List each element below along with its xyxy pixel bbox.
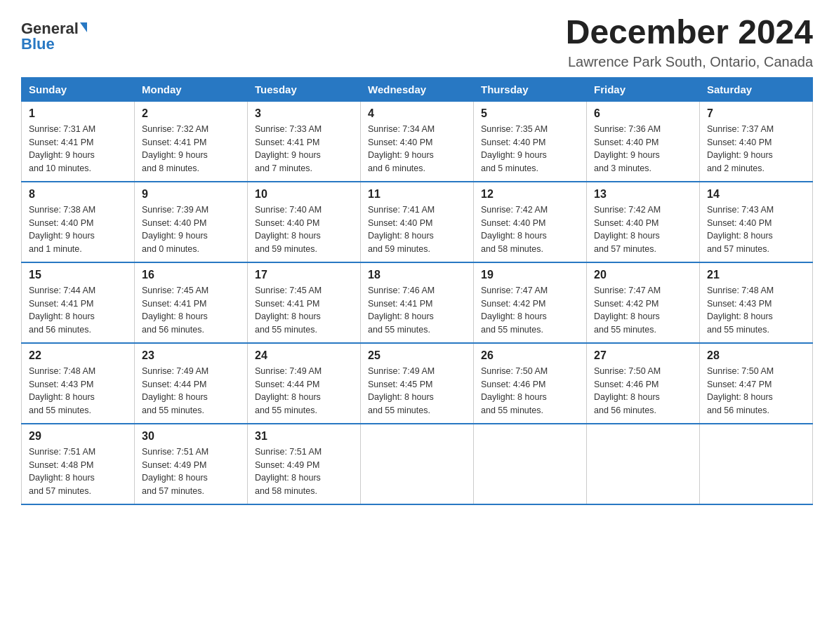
- day-cell: 16Sunrise: 7:45 AMSunset: 4:41 PMDayligh…: [135, 262, 248, 343]
- day-info: Sunrise: 7:50 AMSunset: 4:46 PMDaylight:…: [481, 365, 579, 417]
- day-cell: 10Sunrise: 7:40 AMSunset: 4:40 PMDayligh…: [248, 182, 361, 262]
- day-number: 5: [481, 107, 579, 120]
- calendar-table: SundayMondayTuesdayWednesdayThursdayFrid…: [21, 77, 813, 505]
- day-info: Sunrise: 7:49 AMSunset: 4:45 PMDaylight:…: [368, 365, 466, 417]
- day-info: Sunrise: 7:45 AMSunset: 4:41 PMDaylight:…: [255, 284, 353, 337]
- day-info: Sunrise: 7:41 AMSunset: 4:40 PMDaylight:…: [368, 203, 466, 256]
- day-number: 3: [255, 107, 353, 120]
- day-info: Sunrise: 7:33 AMSunset: 4:41 PMDaylight:…: [255, 123, 353, 175]
- day-cell: 2Sunrise: 7:32 AMSunset: 4:41 PMDaylight…: [135, 101, 248, 182]
- day-number: 24: [255, 349, 353, 362]
- day-info: Sunrise: 7:50 AMSunset: 4:47 PMDaylight:…: [707, 365, 805, 417]
- day-number: 17: [255, 269, 353, 281]
- day-number: 7: [707, 107, 805, 120]
- day-info: Sunrise: 7:48 AMSunset: 4:43 PMDaylight:…: [29, 365, 127, 417]
- day-number: 13: [594, 188, 692, 201]
- day-info: Sunrise: 7:49 AMSunset: 4:44 PMDaylight:…: [255, 365, 353, 417]
- day-number: 26: [481, 349, 579, 362]
- day-cell: 12Sunrise: 7:42 AMSunset: 4:40 PMDayligh…: [474, 182, 587, 262]
- header-row: SundayMondayTuesdayWednesdayThursdayFrid…: [22, 77, 813, 101]
- day-number: 11: [368, 188, 466, 201]
- day-info: Sunrise: 7:38 AMSunset: 4:40 PMDaylight:…: [29, 203, 127, 256]
- day-number: 1: [29, 107, 127, 120]
- day-info: Sunrise: 7:45 AMSunset: 4:41 PMDaylight:…: [142, 284, 240, 337]
- day-cell: 20Sunrise: 7:47 AMSunset: 4:42 PMDayligh…: [587, 262, 700, 343]
- calendar-header: SundayMondayTuesdayWednesdayThursdayFrid…: [22, 77, 813, 101]
- day-cell: 28Sunrise: 7:50 AMSunset: 4:47 PMDayligh…: [700, 343, 813, 424]
- day-cell: [474, 424, 587, 504]
- day-info: Sunrise: 7:48 AMSunset: 4:43 PMDaylight:…: [707, 284, 805, 337]
- day-cell: 21Sunrise: 7:48 AMSunset: 4:43 PMDayligh…: [700, 262, 813, 343]
- day-cell: 14Sunrise: 7:43 AMSunset: 4:40 PMDayligh…: [700, 182, 813, 262]
- day-info: Sunrise: 7:51 AMSunset: 4:49 PMDaylight:…: [142, 445, 240, 498]
- day-number: 2: [142, 107, 240, 120]
- day-number: 20: [594, 269, 692, 281]
- day-info: Sunrise: 7:32 AMSunset: 4:41 PMDaylight:…: [142, 123, 240, 175]
- day-cell: 8Sunrise: 7:38 AMSunset: 4:40 PMDaylight…: [22, 182, 135, 262]
- week-row-4: 22Sunrise: 7:48 AMSunset: 4:43 PMDayligh…: [22, 343, 813, 424]
- day-info: Sunrise: 7:47 AMSunset: 4:42 PMDaylight:…: [594, 284, 692, 337]
- week-row-5: 29Sunrise: 7:51 AMSunset: 4:48 PMDayligh…: [22, 424, 813, 504]
- day-number: 16: [142, 269, 240, 281]
- day-cell: 7Sunrise: 7:37 AMSunset: 4:40 PMDaylight…: [700, 101, 813, 182]
- day-cell: 24Sunrise: 7:49 AMSunset: 4:44 PMDayligh…: [248, 343, 361, 424]
- day-number: 28: [707, 349, 805, 362]
- day-info: Sunrise: 7:42 AMSunset: 4:40 PMDaylight:…: [594, 203, 692, 256]
- day-info: Sunrise: 7:43 AMSunset: 4:40 PMDaylight:…: [707, 203, 805, 256]
- day-cell: 5Sunrise: 7:35 AMSunset: 4:40 PMDaylight…: [474, 101, 587, 182]
- day-info: Sunrise: 7:37 AMSunset: 4:40 PMDaylight:…: [707, 123, 805, 175]
- location-title: Lawrence Park South, Ontario, Canada: [566, 54, 813, 70]
- day-cell: 26Sunrise: 7:50 AMSunset: 4:46 PMDayligh…: [474, 343, 587, 424]
- day-number: 31: [255, 430, 353, 443]
- col-header-thursday: Thursday: [474, 77, 587, 101]
- day-cell: 18Sunrise: 7:46 AMSunset: 4:41 PMDayligh…: [361, 262, 474, 343]
- day-cell: 9Sunrise: 7:39 AMSunset: 4:40 PMDaylight…: [135, 182, 248, 262]
- day-cell: [700, 424, 813, 504]
- day-cell: 19Sunrise: 7:47 AMSunset: 4:42 PMDayligh…: [474, 262, 587, 343]
- day-info: Sunrise: 7:31 AMSunset: 4:41 PMDaylight:…: [29, 123, 127, 175]
- day-number: 30: [142, 430, 240, 443]
- day-cell: 4Sunrise: 7:34 AMSunset: 4:40 PMDaylight…: [361, 101, 474, 182]
- month-title: December 2024: [566, 14, 813, 51]
- week-row-3: 15Sunrise: 7:44 AMSunset: 4:41 PMDayligh…: [22, 262, 813, 343]
- day-number: 6: [594, 107, 692, 120]
- day-cell: 22Sunrise: 7:48 AMSunset: 4:43 PMDayligh…: [22, 343, 135, 424]
- day-number: 18: [368, 269, 466, 281]
- col-header-tuesday: Tuesday: [248, 77, 361, 101]
- day-cell: 3Sunrise: 7:33 AMSunset: 4:41 PMDaylight…: [248, 101, 361, 182]
- day-number: 15: [29, 269, 127, 281]
- day-info: Sunrise: 7:44 AMSunset: 4:41 PMDaylight:…: [29, 284, 127, 337]
- col-header-saturday: Saturday: [700, 77, 813, 101]
- col-header-friday: Friday: [587, 77, 700, 101]
- day-info: Sunrise: 7:51 AMSunset: 4:48 PMDaylight:…: [29, 445, 127, 498]
- day-cell: 27Sunrise: 7:50 AMSunset: 4:46 PMDayligh…: [587, 343, 700, 424]
- title-block: December 2024 Lawrence Park South, Ontar…: [566, 14, 813, 70]
- logo-general: General: [21, 21, 79, 36]
- day-cell: 17Sunrise: 7:45 AMSunset: 4:41 PMDayligh…: [248, 262, 361, 343]
- day-info: Sunrise: 7:35 AMSunset: 4:40 PMDaylight:…: [481, 123, 579, 175]
- day-number: 21: [707, 269, 805, 281]
- day-info: Sunrise: 7:49 AMSunset: 4:44 PMDaylight:…: [142, 365, 240, 417]
- day-cell: [587, 424, 700, 504]
- day-number: 29: [29, 430, 127, 443]
- day-cell: 30Sunrise: 7:51 AMSunset: 4:49 PMDayligh…: [135, 424, 248, 504]
- day-number: 4: [368, 107, 466, 120]
- col-header-monday: Monday: [135, 77, 248, 101]
- day-number: 23: [142, 349, 240, 362]
- week-row-1: 1Sunrise: 7:31 AMSunset: 4:41 PMDaylight…: [22, 101, 813, 182]
- day-info: Sunrise: 7:51 AMSunset: 4:49 PMDaylight:…: [255, 445, 353, 498]
- col-header-wednesday: Wednesday: [361, 77, 474, 101]
- day-number: 27: [594, 349, 692, 362]
- day-cell: 31Sunrise: 7:51 AMSunset: 4:49 PMDayligh…: [248, 424, 361, 504]
- week-row-2: 8Sunrise: 7:38 AMSunset: 4:40 PMDaylight…: [22, 182, 813, 262]
- day-number: 14: [707, 188, 805, 201]
- day-info: Sunrise: 7:47 AMSunset: 4:42 PMDaylight:…: [481, 284, 579, 337]
- day-info: Sunrise: 7:36 AMSunset: 4:40 PMDaylight:…: [594, 123, 692, 175]
- day-number: 9: [142, 188, 240, 201]
- day-cell: 13Sunrise: 7:42 AMSunset: 4:40 PMDayligh…: [587, 182, 700, 262]
- logo: General Blue: [21, 21, 87, 52]
- day-info: Sunrise: 7:50 AMSunset: 4:46 PMDaylight:…: [594, 365, 692, 417]
- day-number: 22: [29, 349, 127, 362]
- col-header-sunday: Sunday: [22, 77, 135, 101]
- day-cell: 25Sunrise: 7:49 AMSunset: 4:45 PMDayligh…: [361, 343, 474, 424]
